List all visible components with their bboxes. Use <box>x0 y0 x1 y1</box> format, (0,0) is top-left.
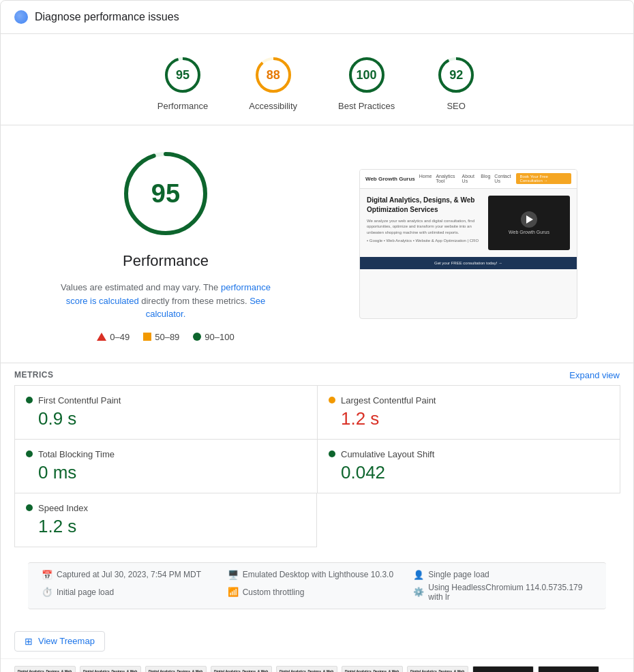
score-label-performance: Performance <box>157 101 208 111</box>
metric-tbt-name-row: Total Blocking Time <box>26 449 306 459</box>
score-value-best-practices: 100 <box>357 68 377 82</box>
info-initial-load-text: Initial page load <box>57 587 114 597</box>
header: Diagnose performance issues <box>1 1 633 34</box>
filmstrip-frame-5: Digital Analytics, Designs, & Web Optimi… <box>342 666 403 673</box>
thumb-heading-3: Digital Analytics, Designs, & Web Optimi… <box>214 669 269 673</box>
cls-value: 0.042 <box>329 462 609 483</box>
score-best-practices: 100 Best Practices <box>338 55 395 111</box>
performance-left: 95 Performance Values are estimated and … <box>28 146 303 342</box>
performance-title: Performance <box>123 252 209 270</box>
score-circle-seo: 92 <box>436 55 477 95</box>
expand-view-link[interactable]: Expand view <box>569 370 620 380</box>
score-circle-accessibility: 88 <box>253 55 294 95</box>
legend-green-label: 90–100 <box>205 332 234 342</box>
info-chromium: ⚙️ Using HeadlessChromium 114.0.5735.179… <box>413 583 592 602</box>
cls-label: Cumulative Layout Shift <box>341 449 434 459</box>
play-button <box>521 211 537 228</box>
info-bar-wrapper: 📅 Captured at Jul 30, 2023, 7:54 PM MDT … <box>1 547 633 624</box>
score-value-performance: 95 <box>176 68 190 82</box>
thumb-heading-5: Digital Analytics, Designs, & Web Optimi… <box>345 669 399 673</box>
calculator-link[interactable]: See calculator. <box>146 296 266 320</box>
score-value-seo: 92 <box>449 68 463 82</box>
info-captured-text: Captured at Jul 30, 2023, 7:54 PM MDT <box>57 570 201 579</box>
metric-cls-name-row: Cumulative Layout Shift <box>329 449 609 459</box>
metric-fcp-name-row: First Contentful Paint <box>26 395 306 406</box>
score-circle-best-practices: 100 <box>346 55 387 95</box>
metric-cls: Cumulative Layout Shift 0.042 <box>317 439 620 493</box>
score-label-best-practices: Best Practices <box>338 101 395 111</box>
cls-status-dot <box>329 450 335 457</box>
info-chromium-text: Using HeadlessChromium 114.0.5735.179 wi… <box>428 583 592 602</box>
info-bar: 📅 Captured at Jul 30, 2023, 7:54 PM MDT … <box>28 562 606 609</box>
info-single-page-text: Single page load <box>428 570 489 579</box>
info-single-page: 👤 Single page load <box>413 570 592 580</box>
square-icon <box>143 333 151 341</box>
fcp-status-dot <box>26 397 33 403</box>
filmstrip-thumb-2: Digital Analytics, Designs, & Web Optimi… <box>145 666 207 673</box>
screenshot-body: We analyze your web analytics and digita… <box>367 218 483 235</box>
info-emulated: 🖥️ Emulated Desktop with Lighthouse 10.3… <box>228 570 407 580</box>
lcp-label: Largest Contentful Paint <box>341 395 436 406</box>
filmstrip-thumb-5: Digital Analytics, Designs, & Web Optimi… <box>342 666 403 673</box>
filmstrip-thumb-0: Digital Analytics, Designs, & Web Optimi… <box>14 666 76 673</box>
metrics-header: METRICS Expand view <box>1 363 633 386</box>
performance-section: 95 Performance Values are estimated and … <box>1 125 633 363</box>
score-label-seo: SEO <box>447 101 465 111</box>
monitor-icon: 🖥️ <box>228 570 239 580</box>
nav-blog: Blog <box>481 174 490 183</box>
speed-index-name-row: Speed Index <box>26 503 305 513</box>
website-screenshot: Web Growth Gurus Home Analytics Tool Abo… <box>359 169 577 319</box>
cta-button: Book Your Free Consultation → <box>516 173 571 184</box>
tbt-status-dot <box>26 450 33 457</box>
big-score-value: 95 <box>151 179 180 209</box>
filmstrip-thumb-4: Digital Analytics, Designs, & Web Optimi… <box>276 666 337 673</box>
page-wrapper: Diagnose performance issues 95 Performan… <box>0 0 634 672</box>
filmstrip-frame-1: Digital Analytics, Designs, & Web Optimi… <box>80 666 141 673</box>
treemap-wrap: ⊞ View Treemap <box>1 624 633 658</box>
filmstrip-frame-7: 2.4s <box>472 666 534 673</box>
fcp-value: 0.9 s <box>26 408 306 429</box>
lighthouse-icon <box>14 10 28 24</box>
legend-green: 90–100 <box>193 332 234 342</box>
filmstrip-frame-2: Digital Analytics, Designs, & Web Optimi… <box>145 666 207 673</box>
metrics-label: METRICS <box>14 370 54 380</box>
screenshot-content: Digital Analytics, Designs, & Web Optimi… <box>360 189 577 257</box>
perf-score-link[interactable]: performance score is calculated <box>66 282 271 306</box>
treemap-icon: ⊞ <box>25 636 33 647</box>
screenshot-topbar: Web Growth Gurus Home Analytics Tool Abo… <box>360 170 577 189</box>
nav-analytics: Analytics Tool <box>436 174 457 183</box>
filmstrip-thumb-7 <box>472 666 534 673</box>
performance-right: Web Growth Gurus Home Analytics Tool Abo… <box>331 146 606 342</box>
thumb-heading-2: Digital Analytics, Designs, & Web Optimi… <box>149 669 203 673</box>
filmstrip-row: Digital Analytics, Designs, & Web Optimi… <box>1 658 633 673</box>
speed-index-value: 1.2 s <box>26 516 305 537</box>
filmstrip-thumb-6: Digital Analytics, Designs, & Web Optimi… <box>407 666 468 673</box>
screenshot-video: Web Growth Gurus <box>488 196 570 250</box>
score-value-accessibility: 88 <box>267 68 280 82</box>
score-label-accessibility: Accessibility <box>249 101 297 111</box>
filmstrip-thumb-3: Digital Analytics, Designs, & Web Optimi… <box>211 666 272 673</box>
speed-index-dot <box>26 504 33 511</box>
screenshot-banner: Get your FREE consultation today! → <box>360 257 577 269</box>
lcp-status-dot <box>329 397 335 403</box>
thumb-heading-1: Digital Analytics, Designs, & Web Optimi… <box>83 669 138 673</box>
thumb-heading-0: Digital Analytics, Designs, & Web Optimi… <box>18 669 72 673</box>
user-icon: 👤 <box>413 570 424 580</box>
fcp-label: First Contentful Paint <box>38 395 121 406</box>
legend-red: 0–49 <box>97 332 130 342</box>
filmstrip-frame-0: Digital Analytics, Designs, & Web Optimi… <box>14 666 76 673</box>
view-treemap-button[interactable]: ⊞ View Treemap <box>14 631 105 652</box>
info-captured: 📅 Captured at Jul 30, 2023, 7:54 PM MDT <box>42 570 221 580</box>
score-seo: 92 SEO <box>436 55 477 111</box>
play-triangle-icon <box>526 215 533 224</box>
banner-text: Get your FREE consultation today! → <box>434 261 502 265</box>
tbt-label: Total Blocking Time <box>38 449 115 459</box>
info-throttling: 📶 Custom throttling <box>228 583 407 602</box>
thumb-heading-4: Digital Analytics, Designs, & Web Optimi… <box>280 669 334 673</box>
video-label: Web Growth Gurus <box>509 230 549 234</box>
score-performance: 95 Performance <box>157 55 208 111</box>
timer-icon: ⏱️ <box>42 587 52 597</box>
filmstrip-frame-6: Digital Analytics, Designs, & Web Optimi… <box>407 666 468 673</box>
legend-orange-label: 50–89 <box>155 332 179 342</box>
screenshot-services: • Google • Web Analytics • Website & App… <box>367 238 483 243</box>
